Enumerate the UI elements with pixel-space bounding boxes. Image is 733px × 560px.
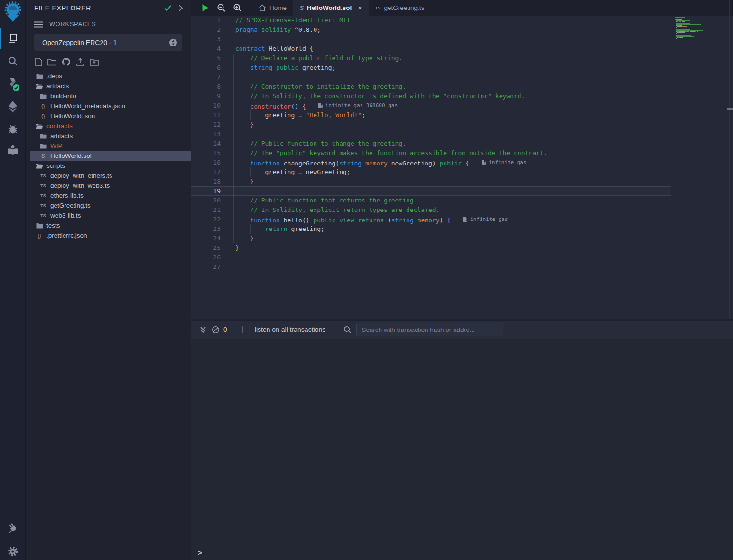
terminal-search-input[interactable] (356, 323, 503, 336)
code-line[interactable]: 2pragma solidity ^0.8.0; (191, 25, 733, 35)
code-line[interactable]: 27 (191, 262, 733, 272)
code-line[interactable]: 14 // Public function to change the gree… (191, 139, 733, 148)
tree-item--prettierrc-json[interactable]: {}.prettierrc.json (30, 230, 191, 240)
tree-item-label: getGreeting.ts (50, 202, 91, 209)
code-line[interactable]: 18 } (191, 177, 733, 186)
new-folder-icon[interactable] (47, 58, 56, 66)
load-local-folder-icon[interactable] (90, 58, 99, 66)
chevron-right-icon[interactable] (178, 5, 183, 11)
code-line[interactable]: 26 (191, 253, 733, 262)
code-line[interactable]: 16 function changeGreeting(string memory… (191, 158, 733, 167)
learneth-icon[interactable] (0, 139, 26, 160)
accept-check-icon[interactable] (164, 5, 172, 11)
remix-logo-icon[interactable] (0, 1, 26, 22)
code-line[interactable]: 24 } (191, 234, 733, 243)
tab-getgreeting-ts[interactable]: TS getGreeting.ts (369, 0, 431, 16)
tree-item-ethers-lib-ts[interactable]: TSethers-lib.ts (30, 191, 191, 201)
tree-item-label: deploy_with_ethers.ts (50, 172, 112, 179)
terminal-prompt: > (198, 549, 202, 557)
zoom-in-icon[interactable] (229, 0, 245, 16)
folder-icon (38, 143, 48, 149)
run-script-button[interactable] (197, 0, 213, 16)
code-line[interactable]: 13 (191, 129, 733, 139)
code-line[interactable]: 6 string public greeting; (191, 63, 733, 73)
line-content: } (221, 177, 254, 186)
overview-ruler[interactable] (729, 0, 730, 319)
tree-item-contracts[interactable]: contracts (30, 121, 191, 131)
code-line[interactable]: 1// SPDX-License-Identifier: MIT (191, 16, 733, 25)
tree-item-web3-lib-ts[interactable]: TSweb3-lib.ts (30, 211, 191, 220)
tree-item-deploy-with-web3-ts[interactable]: TSdeploy_with_web3.ts (30, 181, 191, 191)
code-line[interactable]: 20 // Public function that returns the g… (191, 196, 733, 205)
code-line[interactable]: 17 greeting = newGreeting; (191, 167, 733, 177)
tree-item-label: artifacts (50, 132, 73, 139)
expand-terminal-icon[interactable] (197, 326, 209, 333)
clear-console-icon[interactable] (209, 326, 222, 334)
code-editor[interactable]: 1// SPDX-License-Identifier: MIT2pragma … (191, 16, 733, 319)
debugger-icon[interactable] (0, 119, 26, 139)
line-content: return greeting; (221, 224, 325, 234)
code-line[interactable]: 21 // In Solidity, explicit return types… (191, 205, 733, 215)
close-tab-icon[interactable]: × (358, 4, 362, 12)
tree-item-helloworld-metadata-json[interactable]: {}HelloWorld_metadata.json (30, 101, 191, 111)
search-icon[interactable] (0, 51, 26, 72)
tab-helloworld-sol[interactable]: S HelloWorld.sol × (293, 0, 369, 16)
tree-item-deploy-with-ethers-ts[interactable]: TSdeploy_with_ethers.ts (30, 171, 191, 181)
tree-item-label: HelloWorld_metadata.json (50, 102, 125, 110)
tree-item-build-info[interactable]: build-info (30, 91, 191, 101)
tree-item--deps[interactable]: .deps (30, 71, 191, 81)
line-number: 24 (191, 234, 221, 243)
terminal-toolbar: 0 listen on all transactions (191, 319, 733, 339)
tree-item-scripts[interactable]: scripts (30, 161, 191, 171)
code-lines: 1// SPDX-License-Identifier: MIT2pragma … (191, 16, 733, 272)
solidity-compiler-icon[interactable] (0, 73, 26, 94)
tree-item-artifacts[interactable]: artifacts (30, 81, 191, 91)
code-line[interactable]: 22 function hello() public view returns … (191, 215, 733, 224)
line-content: // Public function to change the greetin… (221, 139, 406, 148)
minimap[interactable] (675, 17, 727, 42)
terminal-output[interactable]: > (191, 339, 733, 560)
line-content: // In Solidity, explicit return types ar… (221, 205, 439, 215)
github-icon[interactable] (62, 57, 71, 66)
tab-home[interactable]: Home (252, 0, 293, 16)
tree-item-wip[interactable]: WIP (30, 141, 191, 151)
workspace-select[interactable]: OpenZeppelin ERC20 - 1 (34, 34, 182, 51)
plugin-manager-icon[interactable] (0, 518, 26, 539)
tree-item-label: WIP (50, 142, 63, 149)
file-explorer-icon[interactable] (0, 28, 26, 49)
listen-transactions-checkbox[interactable] (242, 326, 250, 333)
tree-item-artifacts[interactable]: artifacts (30, 131, 191, 141)
code-line[interactable]: 12 } (191, 120, 733, 129)
publish-gist-icon[interactable] (76, 58, 84, 66)
zoom-out-icon[interactable] (213, 0, 229, 16)
deploy-run-icon[interactable] (0, 96, 26, 117)
tree-item-helloworld-sol[interactable]: SHelloWorld.sol (30, 151, 191, 161)
code-line[interactable]: 10 constructor() {infinite gas 368600 ga… (191, 101, 733, 110)
code-line[interactable]: 23 return greeting; (191, 224, 733, 234)
new-file-icon[interactable] (35, 58, 42, 66)
code-line[interactable]: 25} (191, 243, 733, 253)
tree-item-getgreeting-ts[interactable]: TSgetGreeting.ts (30, 201, 191, 211)
line-number: 22 (191, 215, 221, 224)
code-line[interactable]: 19 (191, 186, 733, 196)
code-line[interactable]: 7 (191, 73, 733, 82)
code-line[interactable]: 3 (191, 35, 733, 44)
file-explorer-toolbar (26, 51, 191, 70)
tree-item-label: artifacts (46, 83, 69, 90)
line-number: 14 (191, 139, 221, 148)
code-line[interactable]: 9 // In Solidity, the constructor is def… (191, 92, 733, 101)
code-line[interactable]: 11 greeting = "Hello, World!"; (191, 110, 733, 120)
code-line[interactable]: 8 // Constructor to initialize the greet… (191, 82, 733, 92)
hamburger-menu-icon[interactable] (34, 21, 43, 28)
code-line[interactable]: 5 // Declare a public field of type stri… (191, 54, 733, 63)
settings-gear-icon[interactable] (0, 541, 26, 560)
tree-item-helloworld-json[interactable]: {}HelloWorld.json (30, 111, 191, 121)
workspace-sort-icon[interactable] (169, 38, 177, 47)
editor-pane: Home S HelloWorld.sol × TS getGreeting.t… (191, 0, 733, 560)
line-number: 26 (191, 253, 221, 262)
tree-item-tests[interactable]: tests (30, 220, 191, 230)
file-explorer-panel: FILE EXPLORER WORKSPACES OpenZeppelin ER… (26, 0, 191, 560)
code-line[interactable]: 15 // The "public" keyword makes the fun… (191, 148, 733, 158)
typescript-file-icon: TS (38, 184, 48, 188)
code-line[interactable]: 4contract HelloWorld { (191, 44, 733, 54)
